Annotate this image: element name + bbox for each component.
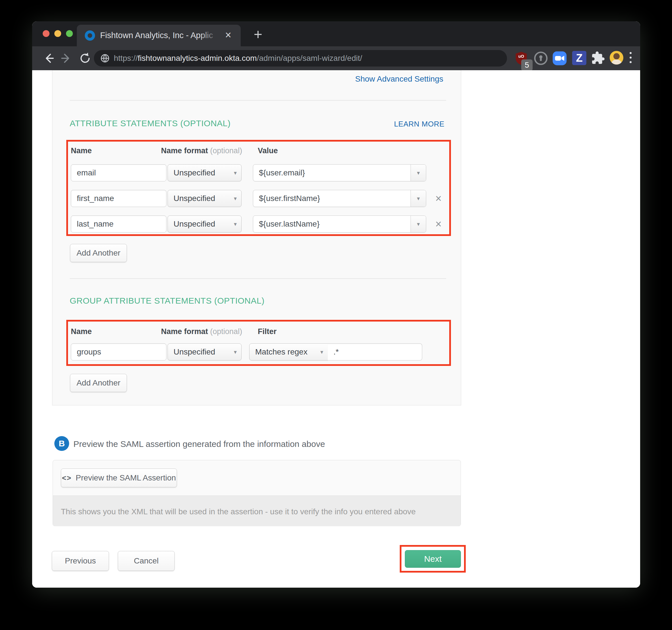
onepassword-extension-icon[interactable] (533, 51, 548, 66)
attr-value-field[interactable]: ${user.email} ▾ (253, 164, 426, 181)
window-minimize-button[interactable] (54, 30, 61, 37)
zoom-extension-icon[interactable] (552, 51, 567, 66)
group-filter-type-select[interactable]: Matches regex ▾ (249, 344, 328, 360)
step-b-badge: B (54, 436, 69, 451)
group-filter-value-input[interactable]: .* (328, 344, 422, 360)
avatar-body (611, 59, 622, 65)
chevron-down-icon: ▾ (320, 344, 323, 360)
address-bar[interactable]: https://fishtownanalytics-admin.okta.com… (94, 50, 507, 67)
divider (70, 100, 446, 101)
group-name-input[interactable]: groups (71, 344, 166, 360)
forward-icon[interactable] (58, 50, 74, 66)
chevron-down-icon: ▾ (234, 344, 237, 360)
ublock-badge: 5 (521, 59, 533, 71)
code-brackets-icon: <> (62, 474, 72, 482)
zotero-extension-icon[interactable]: Z (572, 51, 586, 65)
remove-row-button[interactable]: × (432, 218, 445, 230)
window-zoom-button[interactable] (66, 30, 73, 37)
cancel-button[interactable]: Cancel (118, 551, 175, 571)
show-advanced-settings-link[interactable]: Show Advanced Settings (355, 75, 443, 83)
add-another-button[interactable]: Add Another (70, 374, 127, 392)
ublock-extension-icon[interactable]: uO 5 (514, 51, 530, 67)
svg-text:uO: uO (519, 54, 524, 58)
value-dropdown-button[interactable]: ▾ (411, 165, 426, 181)
desktop-background: Fishtown Analytics, Inc - Applic × + (0, 0, 672, 630)
okta-favicon-icon (85, 30, 95, 41)
preview-hint-text: This shows you the XML that will be used… (61, 507, 416, 516)
attr-name-input[interactable]: email (71, 164, 166, 181)
chevron-down-icon: ▾ (234, 165, 237, 181)
step-b-text: Preview the SAML assertion generated fro… (73, 439, 325, 449)
attr-format-select[interactable]: Unspecified ▾ (168, 216, 242, 232)
group-format-select[interactable]: Unspecified ▾ (168, 344, 242, 360)
next-button[interactable]: Next (405, 550, 461, 568)
browser-window: Fishtown Analytics, Inc - Applic × + (32, 21, 640, 588)
preview-saml-assertion-button[interactable]: <>Preview the SAML Assertion (61, 469, 177, 487)
close-tab-icon[interactable]: × (222, 29, 235, 41)
column-header-filter: Filter (258, 327, 277, 336)
attr-format-select[interactable]: Unspecified ▾ (168, 190, 242, 207)
value-dropdown-button[interactable]: ▾ (411, 190, 426, 207)
attr-name-input[interactable]: last_name (71, 216, 166, 232)
preview-hint-footer: This shows you the XML that will be used… (53, 496, 461, 526)
browser-toolbar: https://fishtownanalytics-admin.okta.com… (32, 46, 640, 70)
attr-value-field[interactable]: ${user.firstName} ▾ (253, 190, 426, 207)
learn-more-link[interactable]: LEARN MORE (394, 120, 445, 128)
divider (70, 278, 446, 279)
site-info-globe-icon[interactable] (100, 53, 110, 63)
chrome-menu-icon[interactable] (630, 52, 632, 66)
saml-settings-panel: Show Advanced Settings ATTRIBUTE STATEME… (52, 70, 461, 405)
back-icon[interactable] (41, 50, 56, 66)
tab-strip: Fishtown Analytics, Inc - Applic × + (32, 21, 640, 46)
page-content: Show Advanced Settings ATTRIBUTE STATEME… (32, 70, 640, 588)
column-header-name-format: Name format (optional) (161, 327, 242, 336)
attr-value-field[interactable]: ${user.lastName} ▾ (253, 216, 426, 232)
group-attribute-statements-title: GROUP ATTRIBUTE STATEMENTS (OPTIONAL) (70, 296, 265, 306)
browser-tab[interactable]: Fishtown Analytics, Inc - Applic × (77, 25, 241, 46)
attribute-statements-title: ATTRIBUTE STATEMENTS (OPTIONAL) (70, 119, 231, 128)
attr-format-select[interactable]: Unspecified ▾ (168, 164, 242, 181)
remove-row-button[interactable]: × (432, 192, 445, 205)
column-header-value: Value (258, 146, 278, 155)
new-tab-button[interactable]: + (249, 26, 267, 44)
url-text: https://fishtownanalytics-admin.okta.com… (114, 54, 362, 63)
chevron-down-icon: ▾ (234, 190, 237, 207)
avatar-head (614, 53, 620, 59)
reload-icon[interactable] (77, 50, 93, 66)
preview-assertion-section: <>Preview the SAML Assertion This shows … (53, 460, 461, 526)
column-header-name: Name (71, 327, 92, 336)
chevron-down-icon: ▾ (234, 216, 237, 232)
add-another-button[interactable]: Add Another (70, 244, 127, 262)
window-close-button[interactable] (43, 30, 49, 37)
column-header-name-format: Name format (optional) (161, 146, 242, 155)
value-dropdown-button[interactable]: ▾ (411, 216, 426, 232)
profile-avatar[interactable] (610, 51, 623, 65)
previous-button[interactable]: Previous (52, 551, 109, 571)
attr-name-input[interactable]: first_name (71, 190, 166, 207)
column-header-name: Name (71, 146, 92, 155)
extensions-puzzle-icon[interactable] (591, 51, 605, 65)
